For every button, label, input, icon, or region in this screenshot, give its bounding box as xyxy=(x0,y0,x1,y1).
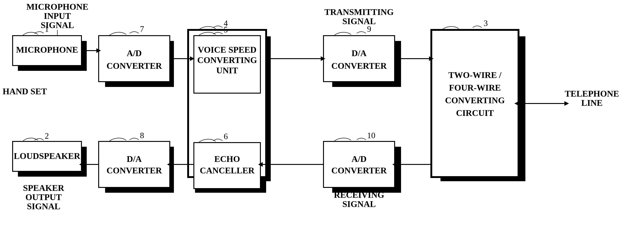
ref9-tick xyxy=(334,32,351,36)
echo-canceller-label-line1: ECHO xyxy=(214,154,240,164)
loudspeaker-label: LOUDSPEAKER xyxy=(14,151,80,161)
ad-converter-10-label-line1: A/D xyxy=(352,154,366,164)
voice-speed-label-line3: UNIT xyxy=(216,66,238,75)
hand-set-label: HAND SET xyxy=(2,86,47,96)
da-converter-8-label-line2: CONVERTER xyxy=(106,166,162,175)
ad-converter-7-block xyxy=(99,36,170,82)
da-converter-8-block xyxy=(99,142,170,187)
microphone-input-label-line1: MICROPHONE xyxy=(26,2,88,12)
transmitting-signal-label-line2: SIGNAL xyxy=(342,16,376,26)
echo-canceller-label-line2: CANCELLER xyxy=(200,166,255,175)
ad-converter-7-label-line2: CONVERTER xyxy=(106,61,162,71)
telephone-line-label-line2: LINE xyxy=(581,98,603,108)
two-wire-label-line3: CONVERTING xyxy=(445,95,505,105)
ref-5: 5 xyxy=(224,25,228,34)
two-wire-label-line4: CIRCUIT xyxy=(456,108,494,118)
diagram-container: MICROPHONE LOUDSPEAKER A/D CONVERTER D/A… xyxy=(0,0,644,244)
telephone-line-label-line1: TELEPHONE xyxy=(565,89,619,98)
receiving-signal-label-line1: RECEIVING xyxy=(334,190,384,200)
ref-8: 8 xyxy=(140,131,144,140)
ref-2: 2 xyxy=(45,131,49,141)
microphone-label: MICROPHONE xyxy=(16,45,78,55)
ad-converter-7-label-line1: A/D xyxy=(127,48,142,58)
da-converter-9-label-line1: D/A xyxy=(352,48,366,58)
microphone-input-label-line3: SIGNAL xyxy=(40,20,74,30)
two-wire-label-line1: TWO-WIRE / xyxy=(448,70,502,80)
arrowhead-tel-right xyxy=(564,101,569,106)
speaker-output-label-line3: SIGNAL xyxy=(27,201,60,211)
da-converter-9-label-line2: CONVERTER xyxy=(331,61,387,71)
microphone-input-label-line2: INPUT xyxy=(44,11,71,21)
speaker-output-label-line1: SPEAKER xyxy=(23,183,64,193)
da-converter-8-label-line1: D/A xyxy=(127,154,142,164)
ref-6: 6 xyxy=(224,132,228,141)
ref-3: 3 xyxy=(484,19,488,28)
ref7-tick xyxy=(109,32,126,36)
ref10-tick xyxy=(334,138,351,142)
ad-converter-10-block xyxy=(324,142,394,187)
voice-speed-label-line1: VOICE SPEED xyxy=(198,45,256,55)
receiving-signal-label-line2: SIGNAL xyxy=(342,199,376,209)
ref-7: 7 xyxy=(140,24,144,34)
da-converter-9-block xyxy=(324,36,394,82)
speaker-output-label-line2: OUTPUT xyxy=(26,192,62,202)
ref-10: 10 xyxy=(367,131,375,140)
voice-speed-label-line2: CONVERTING xyxy=(197,55,257,65)
ad-converter-10-label-line2: CONVERTER xyxy=(331,166,387,175)
two-wire-label-line2: FOUR-WIRE xyxy=(449,83,501,92)
transmitting-signal-label-line1: TRANSMITTING xyxy=(324,7,394,17)
ref8-tick xyxy=(109,138,126,142)
